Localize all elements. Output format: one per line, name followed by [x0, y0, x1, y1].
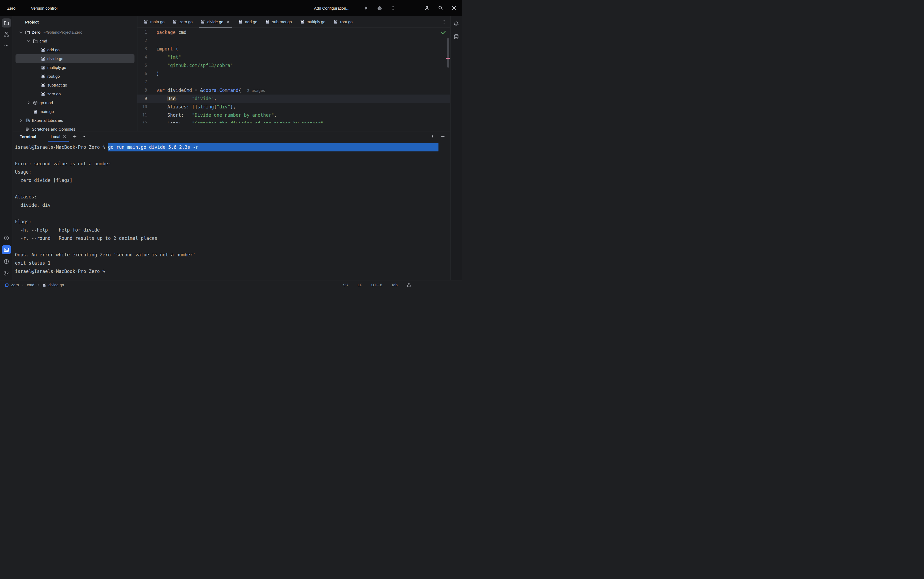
- breadcrumb-item-Zero[interactable]: Zero: [11, 283, 19, 287]
- code-line[interactable]: 2: [138, 37, 450, 45]
- debug-button[interactable]: [375, 3, 384, 13]
- chevron-spacer: [34, 92, 39, 96]
- go-file-icon: [42, 283, 46, 287]
- code-line[interactable]: 5 "github.com/spf13/cobra": [138, 61, 450, 70]
- terminal-tool-button[interactable]: [2, 245, 11, 254]
- readonly-lock-icon[interactable]: [407, 283, 411, 287]
- editor-tab-divide-go[interactable]: divide.go: [197, 16, 234, 28]
- settings-button[interactable]: [449, 3, 459, 13]
- indent-widget[interactable]: Tab: [391, 283, 397, 287]
- database-tool-button[interactable]: [452, 32, 461, 41]
- go-file-icon: [238, 20, 243, 24]
- tree-item-subtract-go[interactable]: subtract.go: [15, 81, 135, 90]
- tree-item-label: multiply.go: [47, 65, 66, 70]
- chevron-down-icon[interactable]: [19, 30, 23, 34]
- project-menu[interactable]: Zero: [5, 4, 24, 12]
- new-terminal-session-button[interactable]: [71, 133, 78, 140]
- terminal-text: zero divide [flags]: [15, 176, 72, 185]
- tree-item-external-libraries[interactable]: External Libraries: [15, 116, 135, 125]
- tree-item-label: divide.go: [47, 56, 63, 61]
- statusbar-widgets: 9:7 LF UTF-8 Tab: [343, 283, 411, 287]
- code-token: {: [238, 88, 241, 93]
- code-with-me-button[interactable]: [422, 3, 432, 13]
- code-editor[interactable]: 1package cmd23import (4 "fmt"5 "github.c…: [138, 28, 450, 131]
- terminal-text: exit status 1: [15, 259, 51, 267]
- run-configuration-select[interactable]: Add Configuration...: [312, 4, 358, 12]
- line-number: 8: [138, 86, 150, 95]
- tree-item-multiply-go[interactable]: multiply.go: [15, 63, 135, 72]
- chevron-right-icon: [21, 283, 25, 287]
- editor-tab-subtract-go[interactable]: subtract.go: [261, 16, 296, 28]
- code-line[interactable]: 10 Aliases: []string{"div"},: [138, 103, 450, 111]
- tree-item-cmd[interactable]: cmd: [15, 37, 135, 46]
- left-stripe-bottom: [2, 234, 11, 278]
- chevron-right-icon[interactable]: [19, 118, 23, 123]
- code-token: Use: [167, 96, 176, 101]
- line-number: 11: [138, 111, 150, 119]
- go-file-icon: [41, 56, 46, 61]
- terminal-line: Usage:: [15, 168, 450, 176]
- editor-tab-multiply-go[interactable]: multiply.go: [296, 16, 330, 28]
- tree-item-divide-go[interactable]: divide.go: [15, 54, 135, 63]
- run-button[interactable]: [361, 3, 371, 13]
- breadcrumb-item-cmd[interactable]: cmd: [27, 283, 34, 287]
- run-tool-button[interactable]: [2, 234, 11, 242]
- code-line[interactable]: 9 Use: "divide",: [138, 95, 450, 103]
- tree-item-path: ~/GolandProjects/Zero: [44, 30, 82, 34]
- breadcrumb-item-divide-go[interactable]: divide.go: [48, 283, 64, 287]
- caret-position-widget[interactable]: 9:7: [343, 283, 348, 287]
- code-line[interactable]: 1package cmd: [138, 28, 450, 37]
- notifications-button[interactable]: [452, 19, 461, 28]
- inspections-ok-icon[interactable]: [441, 29, 446, 35]
- chevron-right-icon[interactable]: [26, 100, 31, 105]
- search-everywhere-button[interactable]: [436, 3, 445, 13]
- tab-list-options-button[interactable]: [440, 18, 448, 26]
- code-line[interactable]: 4 "fmt": [138, 53, 450, 61]
- close-icon[interactable]: [62, 134, 67, 139]
- tree-item-scratches-and-consoles[interactable]: Scratches and Consoles: [15, 125, 135, 131]
- code-line[interactable]: 6): [138, 70, 450, 78]
- go-file-icon: [300, 20, 305, 24]
- git-tool-button[interactable]: [2, 269, 11, 278]
- editor-tab-main-go[interactable]: main.go: [140, 16, 169, 28]
- editor-scrollbar[interactable]: [447, 38, 449, 67]
- go-file-icon: [41, 92, 46, 96]
- terminal-options-button[interactable]: [429, 133, 437, 140]
- terminal-line: Error: second value is not a number: [15, 160, 450, 168]
- more-actions-button[interactable]: [388, 3, 398, 13]
- chevron-spacer: [34, 65, 39, 70]
- editor-tab-add-go[interactable]: add.go: [234, 16, 261, 28]
- hide-terminal-button[interactable]: [439, 133, 446, 140]
- code-line[interactable]: 3import (: [138, 45, 450, 53]
- problems-tool-button[interactable]: [2, 257, 11, 266]
- terminal-line: Flags:: [15, 218, 450, 226]
- code-token: "Divide one number by another": [192, 113, 274, 118]
- editor-tab-zero-go[interactable]: zero.go: [169, 16, 197, 28]
- tree-item-add-go[interactable]: add.go: [15, 46, 135, 54]
- tree-item-go-mod[interactable]: go.mod: [15, 98, 135, 107]
- code-line[interactable]: 7: [138, 78, 450, 86]
- close-icon[interactable]: [226, 20, 230, 24]
- terminal-tab-local[interactable]: Local: [48, 131, 69, 142]
- tree-item-main-go[interactable]: main.go: [15, 107, 135, 116]
- structure-tool-button[interactable]: [2, 29, 11, 39]
- tree-item-root-go[interactable]: root.go: [15, 72, 135, 81]
- code-line[interactable]: 12 Long: "Computes the division of one n…: [138, 119, 450, 123]
- more-tool-windows-button[interactable]: [2, 41, 11, 50]
- line-separator-widget[interactable]: LF: [358, 283, 362, 287]
- vcs-menu[interactable]: Version control: [29, 4, 66, 12]
- editor-tab-root-go[interactable]: root.go: [329, 16, 357, 28]
- go-file-icon: [41, 47, 46, 52]
- error-stripe-mark[interactable]: [446, 58, 450, 59]
- terminal-output[interactable]: israel@Israels-MacBook-Pro Zero % go run…: [13, 142, 450, 280]
- tree-item-zero[interactable]: Zero~/GolandProjects/Zero: [15, 28, 135, 37]
- code-line[interactable]: 11 Short: "Divide one number by another"…: [138, 111, 450, 119]
- code-token: cobra.Command: [203, 88, 238, 93]
- terminal-sessions-chevron[interactable]: [80, 133, 87, 140]
- tree-item-zero-go[interactable]: zero.go: [15, 90, 135, 98]
- chevron-down-icon[interactable]: [26, 39, 31, 43]
- project-tool-button[interactable]: [2, 18, 11, 28]
- project-panel-header[interactable]: Project: [13, 16, 137, 28]
- code-line[interactable]: 8var divideCmd = &cobra.Command{2 usages: [138, 86, 450, 95]
- encoding-widget[interactable]: UTF-8: [371, 283, 382, 287]
